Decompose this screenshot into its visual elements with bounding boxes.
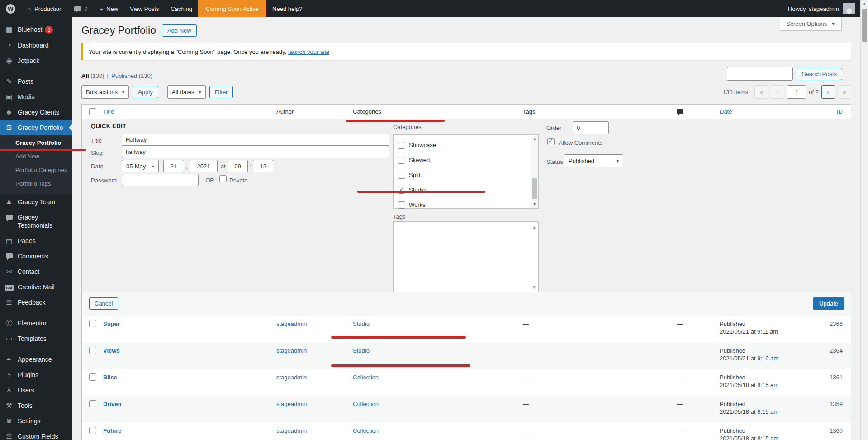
- categories-scrollbar[interactable]: ▲ ▼: [531, 135, 538, 208]
- sidebar-item-gracey-portfolio[interactable]: ⊞ Gracey Portfolio: [0, 120, 72, 135]
- caching-menu[interactable]: Caching: [165, 0, 198, 17]
- view-all-link[interactable]: All: [81, 72, 89, 79]
- category-option-split[interactable]: Split: [398, 167, 534, 182]
- sidebar-item-elementor[interactable]: Ⓔ Elementor: [0, 316, 72, 331]
- previous-page-button[interactable]: ‹: [771, 85, 784, 99]
- qe-allow-comments-checkbox[interactable]: [547, 138, 555, 145]
- user-avatar[interactable]: ☻: [843, 3, 855, 14]
- column-header-date[interactable]: Date: [720, 108, 810, 115]
- wp-logo-menu[interactable]: W: [0, 0, 21, 17]
- author-link[interactable]: stageadmin: [276, 374, 307, 381]
- scroll-up-icon[interactable]: ▲: [861, 1, 868, 6]
- author-link[interactable]: stageadmin: [276, 347, 307, 354]
- search-input[interactable]: [727, 67, 793, 81]
- row-checkbox[interactable]: [89, 400, 96, 407]
- sidebar-item-contact[interactable]: ✉ Contact: [0, 264, 72, 279]
- scroll-up-icon[interactable]: ▲: [531, 137, 538, 141]
- sidebar-item-gracey-team[interactable]: ♟ Gracey Team: [0, 194, 72, 210]
- sidebar-item-appearance[interactable]: ✒ Appearance: [0, 352, 72, 367]
- launch-your-site-link[interactable]: launch your site: [288, 48, 329, 55]
- sidebar-item-settings[interactable]: ☸ Settings: [0, 413, 72, 429]
- sidebar-item-comments[interactable]: Comments: [0, 249, 72, 264]
- sidebar-item-tools[interactable]: ⚒ Tools: [0, 398, 72, 413]
- sidebar-item-custom-fields[interactable]: ☷ Custom Fields: [0, 429, 72, 440]
- submenu-portfolio-categories[interactable]: Portfolio Categories: [0, 163, 72, 177]
- category-link[interactable]: Studio: [353, 320, 370, 327]
- author-link[interactable]: stageadmin: [276, 320, 307, 327]
- category-option-studio[interactable]: Studio: [398, 182, 534, 197]
- author-link[interactable]: stageadmin: [276, 427, 307, 434]
- sidebar-item-creative-mail[interactable]: CM Creative Mail: [0, 279, 72, 295]
- last-page-button[interactable]: »: [838, 85, 851, 99]
- post-title-link[interactable]: Views: [103, 347, 120, 354]
- category-option-works[interactable]: Works: [398, 197, 534, 212]
- current-page-input[interactable]: [787, 85, 806, 99]
- add-new-button[interactable]: Add New: [162, 24, 197, 37]
- qe-tags-textarea[interactable]: ▲ ▼: [393, 221, 539, 293]
- apply-button[interactable]: Apply: [133, 86, 158, 98]
- cancel-button[interactable]: Cancel: [89, 297, 118, 310]
- scroll-down-icon[interactable]: ▼: [531, 202, 538, 206]
- bulk-actions-select[interactable]: Bulk actions ▾: [81, 85, 129, 99]
- scrollbar-thumb[interactable]: [862, 9, 867, 42]
- category-link[interactable]: Collection: [353, 401, 379, 407]
- need-help-menu[interactable]: Need help?: [266, 0, 308, 17]
- sidebar-item-users[interactable]: ♙ Users: [0, 383, 72, 398]
- column-header-id[interactable]: ID: [810, 108, 843, 115]
- qe-title-input[interactable]: [122, 134, 389, 146]
- update-button[interactable]: Update: [813, 297, 844, 310]
- new-content-menu[interactable]: + New: [93, 0, 124, 17]
- all-dates-select[interactable]: All dates ▾: [167, 85, 206, 99]
- row-checkbox[interactable]: [89, 427, 96, 434]
- category-checkbox[interactable]: [398, 172, 405, 179]
- sidebar-item-dashboard[interactable]: ◔ Dashboard: [0, 38, 72, 53]
- sidebar-item-bluehost[interactable]: ▦ Bluehost1: [0, 22, 72, 38]
- qe-order-input[interactable]: [573, 121, 609, 134]
- coming-soon-active-button[interactable]: Coming Soon Active: [198, 0, 266, 17]
- post-title-link[interactable]: Future: [103, 427, 121, 434]
- sidebar-item-media[interactable]: ▣ Media: [0, 89, 72, 105]
- screen-options-button[interactable]: Screen Options ▼: [780, 17, 842, 31]
- category-checkbox[interactable]: [398, 142, 405, 149]
- category-checkbox[interactable]: [398, 201, 405, 209]
- scroll-up-icon[interactable]: ▲: [532, 225, 536, 230]
- submenu-portfolio-tags[interactable]: Portfolio Tags: [0, 177, 72, 191]
- column-header-title[interactable]: Title: [103, 108, 276, 115]
- next-page-button[interactable]: ›: [821, 85, 835, 99]
- site-name-menu[interactable]: ⌂ Production: [21, 0, 68, 17]
- sidebar-item-jetpack[interactable]: ◉ Jetpack: [0, 53, 72, 68]
- page-scrollbar[interactable]: ▲: [860, 0, 868, 440]
- qe-hour-input[interactable]: [228, 160, 248, 172]
- qe-private-checkbox[interactable]: [219, 175, 227, 182]
- sidebar-item-gracey-clients[interactable]: ☻ Gracey Clients: [0, 105, 72, 120]
- admin-bar-comments[interactable]: 0: [68, 0, 93, 17]
- select-all-checkbox[interactable]: [89, 108, 96, 115]
- qe-slug-input[interactable]: [122, 146, 389, 158]
- sidebar-item-feedback[interactable]: ☰ Feedback: [0, 295, 72, 310]
- row-checkbox[interactable]: [89, 373, 96, 381]
- view-posts-menu[interactable]: View Posts: [124, 0, 165, 17]
- scrollbar-thumb[interactable]: [532, 178, 537, 199]
- category-link[interactable]: Collection: [353, 427, 379, 434]
- qe-month-select[interactable]: 05-May ▾: [122, 160, 159, 172]
- category-option-showcase[interactable]: Showcase: [398, 138, 534, 153]
- category-link[interactable]: Collection: [353, 374, 379, 381]
- sidebar-item-gracey-testimonials[interactable]: Gracey Testimonials: [0, 210, 72, 233]
- qe-password-input[interactable]: [122, 174, 199, 186]
- first-page-button[interactable]: «: [754, 85, 768, 99]
- qe-year-input[interactable]: [190, 160, 218, 172]
- category-option-skewed[interactable]: Skewed: [398, 153, 534, 167]
- row-checkbox[interactable]: [89, 347, 96, 354]
- author-link[interactable]: stageadmin: [276, 401, 307, 407]
- submenu-add-new[interactable]: Add New: [0, 150, 72, 163]
- sidebar-item-plugins[interactable]: ⚡ Plugins: [0, 367, 72, 383]
- post-title-link[interactable]: Bliss: [103, 374, 117, 381]
- scroll-down-icon[interactable]: ▼: [532, 285, 536, 290]
- post-title-link[interactable]: Driven: [103, 401, 121, 407]
- sidebar-item-pages[interactable]: ▤ Pages: [0, 233, 72, 249]
- sidebar-item-posts[interactable]: ✎ Posts: [0, 74, 72, 89]
- row-checkbox[interactable]: [89, 320, 96, 327]
- filter-button[interactable]: Filter: [209, 86, 233, 98]
- qe-day-input[interactable]: [163, 160, 184, 172]
- howdy-account-menu[interactable]: Howdy, stageadmin: [788, 5, 839, 12]
